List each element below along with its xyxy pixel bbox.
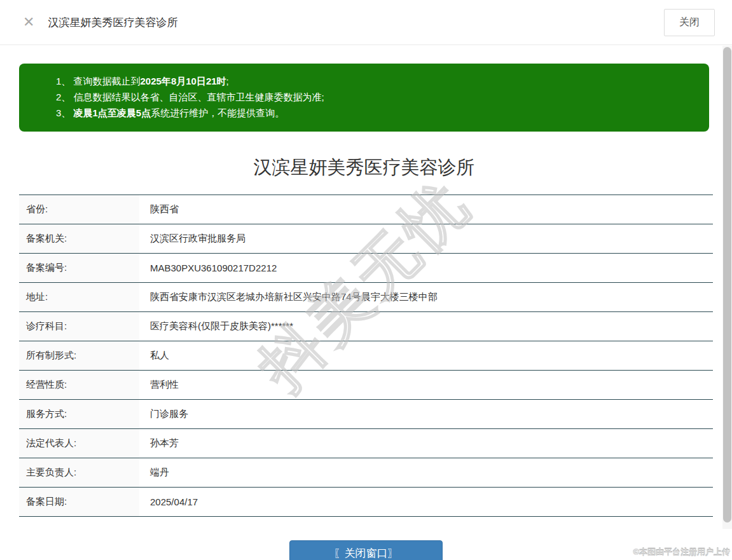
scrollbar-thumb[interactable]: [723, 47, 731, 522]
row-value: 门诊服务: [139, 400, 713, 428]
row-value: 2025/04/17: [139, 488, 713, 516]
table-row-treatment-subjects: 诊疗科目: 医疗美容科(仅限于皮肤美容)******: [19, 311, 713, 341]
row-label: 备案编号:: [19, 254, 139, 282]
row-label: 地址:: [19, 283, 139, 311]
row-label: 主要负责人:: [19, 458, 139, 487]
table-row-principal: 主要负责人: 端丹: [19, 458, 713, 487]
row-label: 所有制形式:: [19, 341, 139, 370]
row-label: 法定代表人:: [19, 429, 139, 458]
row-label: 省份:: [19, 195, 139, 224]
copyright-watermark: ©本图由平台注册用户上传: [633, 547, 730, 558]
notice-line: 1、 查询数据截止到2025年8月10日21时;: [56, 73, 696, 89]
row-value: 营利性: [139, 371, 713, 399]
table-row-business-nature: 经营性质: 营利性: [19, 370, 713, 399]
row-label: 经营性质:: [19, 371, 139, 399]
row-value: 陕西省: [139, 195, 713, 224]
close-window-button[interactable]: 〖关闭窗口〗: [289, 540, 443, 560]
table-row-address: 地址: 陕西省安康市汉滨区老城办培新社区兴安中路74号晨宇大楼三楼中部: [19, 282, 713, 311]
table-row-filing-number: 备案编号: MAB30PXU361090217D2212: [19, 253, 713, 282]
notice-text: 3、: [56, 107, 74, 118]
row-label: 诊疗科目:: [19, 312, 139, 341]
table-row-ownership-type: 所有制形式: 私人: [19, 341, 713, 370]
page-title: 汉滨星妍美秀医疗美容诊所: [19, 155, 709, 181]
notice-line: 2、 信息数据结果以各省、自治区、直辖市卫生健康委数据为准;: [56, 89, 696, 105]
notice-text: ;: [226, 76, 229, 86]
row-label: 备案机关:: [19, 224, 139, 253]
table-row-filing-authority: 备案机关: 汉滨区行政审批服务局: [19, 224, 713, 253]
table-row-filing-date: 备案日期: 2025/04/17: [19, 487, 713, 516]
info-table: 省份: 陕西省 备案机关: 汉滨区行政审批服务局 备案编号: MAB30PXU3…: [19, 195, 713, 517]
notice-text: 系统进行维护，不能提供查询。: [151, 107, 284, 118]
window-title: 汉滨星妍美秀医疗美容诊所: [48, 15, 177, 30]
notice-bold-text: 2025年8月10日21时: [141, 76, 226, 86]
row-label: 备案日期:: [19, 488, 139, 516]
close-icon[interactable]: ✕: [23, 15, 34, 29]
scrollbar[interactable]: [722, 46, 732, 529]
window-header: ✕ 汉滨星妍美秀医疗美容诊所 关闭: [0, 0, 732, 45]
row-value: MAB30PXU361090217D2212: [139, 254, 713, 282]
row-value: 私人: [139, 341, 713, 370]
row-value: 端丹: [139, 458, 713, 487]
notice-line: 3、 凌晨1点至凌晨5点系统进行维护，不能提供查询。: [56, 105, 696, 121]
bottom-button-area: 〖关闭窗口〗: [0, 540, 732, 560]
table-row-legal-representative: 法定代表人: 孙本芳: [19, 428, 713, 458]
row-value: 孙本芳: [139, 429, 713, 458]
row-value: 医疗美容科(仅限于皮肤美容)******: [139, 312, 713, 341]
row-value: 陕西省安康市汉滨区老城办培新社区兴安中路74号晨宇大楼三楼中部: [139, 283, 713, 311]
notice-text: 1、 查询数据截止到: [56, 76, 141, 86]
notice-banner: 1、 查询数据截止到2025年8月10日21时; 2、 信息数据结果以各省、自治…: [19, 64, 709, 132]
table-row-service-mode: 服务方式: 门诊服务: [19, 399, 713, 428]
notice-bold-text: 凌晨1点至凌晨5点: [74, 107, 151, 118]
header-close-button[interactable]: 关闭: [664, 9, 715, 36]
row-label: 服务方式:: [19, 400, 139, 428]
notice-text: 2、 信息数据结果以各省、自治区、直辖市卫生健康委数据为准;: [56, 92, 324, 102]
table-row-province: 省份: 陕西省: [19, 195, 713, 224]
row-value: 汉滨区行政审批服务局: [139, 224, 713, 253]
